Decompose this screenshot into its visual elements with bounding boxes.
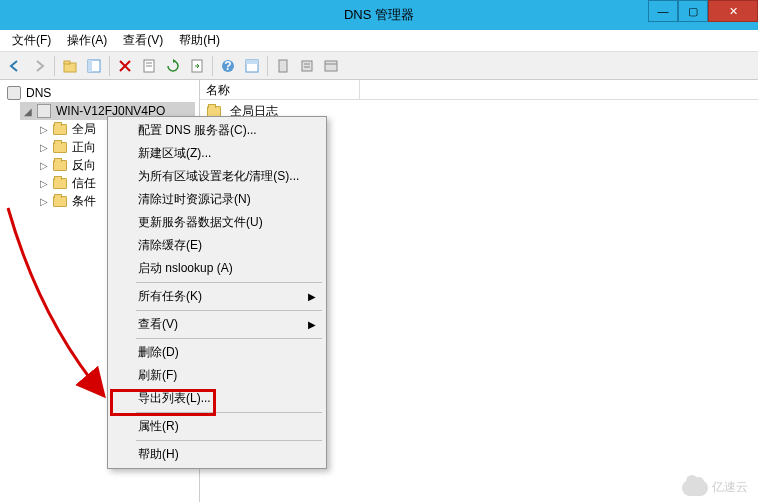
tree-child-label: 全局 [72,121,96,138]
menu-view[interactable]: 查看(V) [115,30,171,51]
folder-icon [52,121,68,137]
ctx-new-zone[interactable]: 新建区域(Z)... [110,142,324,165]
folder-icon [52,157,68,173]
tree-child-label: 信任 [72,175,96,192]
submenu-arrow-icon: ▶ [308,319,316,330]
watermark: 亿速云 [682,479,748,496]
help-tool-button[interactable]: ? [217,55,239,77]
svg-rect-1 [64,61,70,64]
tree-child-label: 反向 [72,157,96,174]
ctx-help[interactable]: 帮助(H) [110,443,324,466]
context-menu: 配置 DNS 服务器(C)... 新建区域(Z)... 为所有区域设置老化/清理… [107,116,327,469]
ctx-export-list[interactable]: 导出列表(L)... [110,387,324,410]
tree-child-label: 条件 [72,193,96,210]
ctx-configure-dns[interactable]: 配置 DNS 服务器(C)... [110,119,324,142]
tool-button[interactable] [296,55,318,77]
ctx-scavenge[interactable]: 清除过时资源记录(N) [110,188,324,211]
ctx-delete[interactable]: 删除(D) [110,341,324,364]
expand-icon[interactable]: ▷ [38,159,50,171]
collapse-icon[interactable]: ◢ [22,105,34,117]
menu-file[interactable]: 文件(F) [4,30,59,51]
watermark-text: 亿速云 [712,479,748,496]
expand-icon[interactable]: ▷ [38,123,50,135]
cloud-icon [682,480,708,496]
ctx-separator [136,310,322,311]
expand-icon[interactable]: ▷ [38,141,50,153]
svg-rect-11 [246,60,258,64]
ctx-separator [136,338,322,339]
column-name[interactable]: 名称 [200,80,360,99]
ctx-set-aging[interactable]: 为所有区域设置老化/清理(S)... [110,165,324,188]
ctx-label: 查看(V) [138,316,178,333]
tool-button[interactable] [272,55,294,77]
title-bar: DNS 管理器 — ▢ ✕ [0,0,758,30]
list-header: 名称 [200,80,758,100]
ctx-update-files[interactable]: 更新服务器数据文件(U) [110,211,324,234]
svg-rect-13 [302,61,312,71]
toolbar-separator [267,56,268,76]
back-button[interactable] [4,55,26,77]
refresh-tool-button[interactable] [162,55,184,77]
ctx-view[interactable]: 查看(V)▶ [110,313,324,336]
tree-root-label: DNS [26,86,51,100]
expand-icon[interactable]: ▷ [38,177,50,189]
menu-bar: 文件(F) 操作(A) 查看(V) 帮助(H) [0,30,758,52]
svg-rect-12 [279,60,287,72]
tree-child-label: 正向 [72,139,96,156]
toolbar: ? [0,52,758,80]
ctx-all-tasks[interactable]: 所有任务(K)▶ [110,285,324,308]
ctx-separator [136,412,322,413]
svg-rect-16 [325,61,337,71]
toolbar-separator [54,56,55,76]
window-controls: — ▢ ✕ [648,0,758,22]
menu-action[interactable]: 操作(A) [59,30,115,51]
server-icon [36,103,52,119]
dns-root-icon [6,85,22,101]
tool-button[interactable] [241,55,263,77]
expand-icon[interactable]: ▷ [38,195,50,207]
ctx-separator [136,440,322,441]
close-button[interactable]: ✕ [708,0,758,22]
properties-tool-button[interactable] [138,55,160,77]
ctx-properties[interactable]: 属性(R) [110,415,324,438]
app-icon [8,7,24,23]
toolbar-separator [212,56,213,76]
window-title: DNS 管理器 [344,6,414,24]
menu-help[interactable]: 帮助(H) [171,30,228,51]
svg-rect-3 [88,60,92,72]
ctx-nslookup[interactable]: 启动 nslookup (A) [110,257,324,280]
ctx-label: 所有任务(K) [138,288,202,305]
minimize-button[interactable]: — [648,0,678,22]
folder-icon [52,139,68,155]
tree-root-dns[interactable]: DNS [4,84,195,102]
export-tool-button[interactable] [186,55,208,77]
submenu-arrow-icon: ▶ [308,291,316,302]
delete-tool-button[interactable] [114,55,136,77]
forward-button[interactable] [28,55,50,77]
show-hide-button[interactable] [83,55,105,77]
toolbar-separator [109,56,110,76]
up-button[interactable] [59,55,81,77]
maximize-button[interactable]: ▢ [678,0,708,22]
ctx-separator [136,282,322,283]
svg-text:?: ? [224,59,231,73]
ctx-refresh[interactable]: 刷新(F) [110,364,324,387]
tool-button[interactable] [320,55,342,77]
folder-icon [52,175,68,191]
folder-icon [52,193,68,209]
ctx-clear-cache[interactable]: 清除缓存(E) [110,234,324,257]
